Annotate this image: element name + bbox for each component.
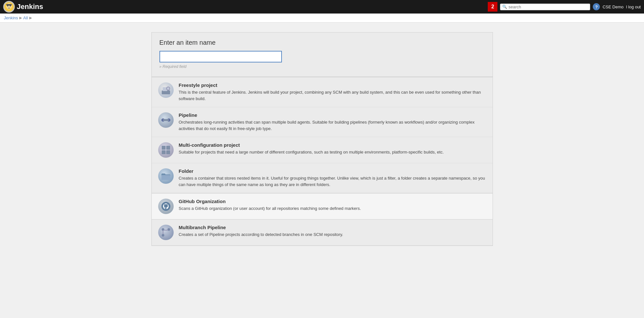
breadcrumb-sep-1: ▶	[19, 16, 22, 20]
jenkins-title: Jenkins	[17, 3, 43, 11]
list-item[interactable]: FolderCreates a container that stores ne…	[152, 163, 493, 193]
folder-description: Creates a container that stores nested i…	[179, 175, 486, 188]
freestyle-icon	[158, 82, 174, 98]
multiconfig-info: Multi-configuration projectSuitable for …	[179, 142, 444, 155]
multibranch-title: Multibranch Pipeline	[179, 225, 343, 230]
freestyle-info: Freestyle projectThis is the central fea…	[179, 82, 486, 102]
list-item[interactable]: Multi-configuration projectSuitable for …	[152, 137, 493, 163]
svg-point-8	[167, 87, 169, 90]
breadcrumb-all[interactable]: All	[23, 15, 28, 20]
svg-rect-4	[6, 4, 12, 6]
svg-point-18	[161, 202, 170, 211]
svg-rect-16	[166, 150, 170, 154]
create-item-box: Enter an item name » Required field	[151, 32, 493, 77]
github-org-title: GitHub Organization	[179, 199, 361, 204]
svg-point-20	[162, 234, 164, 237]
svg-rect-12	[163, 119, 169, 121]
folder-info: FolderCreates a container that stores ne…	[179, 168, 486, 188]
folder-title: Folder	[179, 168, 486, 174]
breadcrumb-jenkins[interactable]: Jenkins	[4, 15, 18, 20]
folder-icon	[158, 168, 174, 184]
list-item[interactable]: PipelineOrchestrates long-running activi…	[152, 107, 493, 137]
github-org-description: Scans a GitHub organization (or user acc…	[179, 205, 361, 212]
svg-rect-13	[162, 146, 166, 150]
freestyle-title: Freestyle project	[179, 82, 486, 88]
svg-rect-14	[166, 146, 170, 150]
github-org-icon	[158, 199, 174, 214]
item-name-input[interactable]	[159, 51, 282, 62]
page-title: Enter an item name	[159, 39, 485, 46]
help-icon[interactable]: ?	[593, 3, 600, 10]
freestyle-description: This is the central feature of Jenkins. …	[179, 89, 486, 102]
jenkins-logo[interactable]: Jenkins	[3, 1, 43, 13]
multibranch-info: Multibranch PipelineCreates a set of Pip…	[179, 225, 343, 238]
list-item[interactable]: Freestyle projectThis is the central fea…	[152, 77, 493, 107]
main-content: Enter an item name » Required field Free…	[145, 26, 499, 252]
header: Jenkins 2 🔍 ? CSE Demo l log out	[0, 0, 644, 14]
breadcrumb: Jenkins ▶ All ▶	[0, 14, 644, 23]
github-org-info: GitHub OrganizationScans a GitHub organi…	[179, 199, 361, 212]
logout-link[interactable]: l log out	[626, 5, 641, 9]
notification-badge[interactable]: 2	[488, 2, 497, 12]
multiconfig-description: Suitable for projects that need a large …	[179, 149, 444, 155]
list-item[interactable]: Multibranch PipelineCreates a set of Pip…	[152, 220, 493, 246]
pipeline-title: Pipeline	[179, 112, 486, 118]
multiconfig-icon	[158, 142, 174, 158]
multiconfig-title: Multi-configuration project	[179, 142, 444, 148]
multibranch-icon	[158, 225, 174, 240]
required-field-hint: » Required field	[159, 64, 485, 69]
search-input[interactable]	[508, 5, 588, 9]
user-name: CSE Demo	[602, 5, 623, 9]
jenkins-avatar	[3, 1, 15, 13]
pipeline-info: PipelineOrchestrates long-running activi…	[179, 112, 486, 132]
item-list: Freestyle projectThis is the central fea…	[151, 77, 493, 246]
pipeline-icon	[158, 112, 174, 128]
pipeline-description: Orchestrates long-running activities tha…	[179, 119, 486, 132]
search-icon: 🔍	[502, 5, 507, 9]
svg-rect-17	[161, 175, 170, 180]
multibranch-description: Creates a set of Pipeline projects accor…	[179, 231, 343, 238]
svg-rect-15	[162, 150, 166, 154]
breadcrumb-sep-2: ▶	[29, 16, 32, 20]
search-container: 🔍	[500, 4, 590, 10]
list-item[interactable]: GitHub OrganizationScans a GitHub organi…	[151, 193, 493, 220]
